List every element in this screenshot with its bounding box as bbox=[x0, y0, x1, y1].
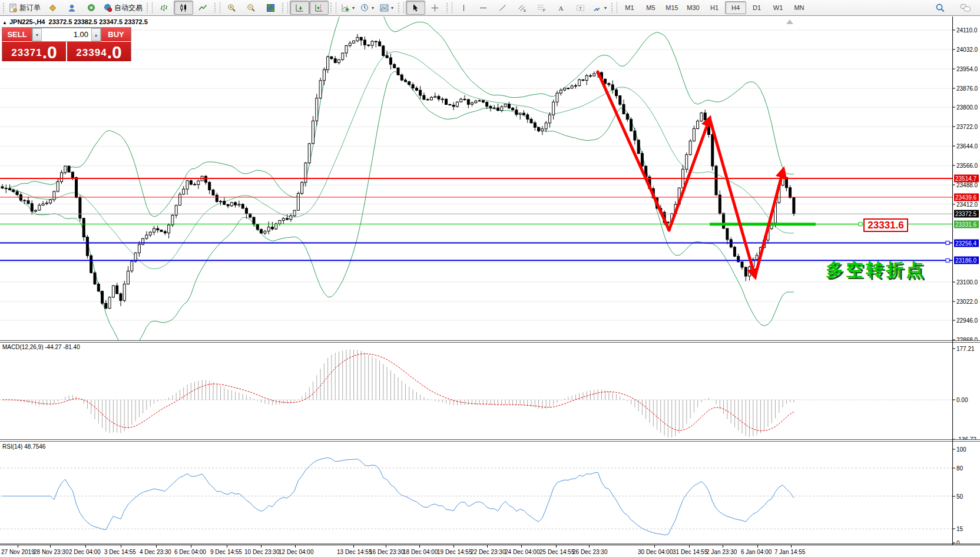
toolbar-separator bbox=[403, 2, 404, 14]
vline-button[interactable] bbox=[454, 1, 474, 15]
hline-icon bbox=[479, 4, 488, 12]
time-tick bbox=[353, 545, 354, 548]
sell-price[interactable]: 23371.0 bbox=[2, 42, 67, 61]
tf-m5-label: M5 bbox=[646, 4, 655, 11]
zoom-out-button[interactable] bbox=[241, 1, 261, 15]
sell-button[interactable]: SELL bbox=[2, 28, 32, 42]
crosshair-button[interactable] bbox=[425, 1, 445, 15]
price-tag-label[interactable]: 23331.6 bbox=[863, 218, 908, 232]
label-button[interactable]: T bbox=[571, 1, 590, 15]
bar-chart-button[interactable] bbox=[154, 1, 174, 15]
tf-h4[interactable]: H4 bbox=[725, 1, 746, 14]
toolbar-drag-handle[interactable] bbox=[611, 2, 614, 13]
trendline-button[interactable] bbox=[493, 1, 512, 15]
axis-tick bbox=[953, 127, 955, 127]
dropdown-caret-icon[interactable]: ▾ bbox=[372, 5, 374, 11]
dropdown-caret-icon[interactable]: ▾ bbox=[391, 5, 393, 11]
channel-button[interactable]: E bbox=[512, 1, 532, 15]
time-tick-label: 30 Dec 04:00 bbox=[638, 549, 673, 555]
time-axis[interactable]: 27 Nov 201928 Nov 23:302 Dec 04:003 Dec … bbox=[0, 545, 980, 557]
time-tick bbox=[757, 545, 758, 548]
zigzag-arrows[interactable] bbox=[598, 72, 783, 277]
tf-mn[interactable]: MN bbox=[789, 1, 810, 14]
autotrading-button[interactable]: 自动交易 bbox=[101, 1, 145, 15]
toolbar-drag-handle[interactable] bbox=[2, 2, 5, 13]
candle-chart-button[interactable] bbox=[174, 1, 193, 15]
tf-w1[interactable]: W1 bbox=[767, 1, 789, 14]
toolbar-separator bbox=[336, 2, 336, 14]
volume-input[interactable]: 1.00 bbox=[42, 28, 91, 41]
tf-m15[interactable]: M15 bbox=[661, 1, 683, 14]
buy-price[interactable]: 23394.0 bbox=[67, 42, 131, 61]
tile-windows-button[interactable] bbox=[261, 1, 280, 15]
search-button[interactable] bbox=[931, 1, 950, 15]
text-icon: A bbox=[557, 4, 565, 12]
fibonacci-icon: F bbox=[537, 4, 546, 12]
toolbar-drag-handle[interactable] bbox=[446, 2, 449, 13]
zoom-in-button[interactable] bbox=[222, 1, 241, 15]
toolbar-separator bbox=[452, 2, 452, 14]
time-tick-label: 3 Dec 14:55 bbox=[104, 549, 136, 555]
axis-border bbox=[952, 16, 953, 545]
panel-separator[interactable] bbox=[0, 439, 980, 442]
periods-button[interactable]: ▾ bbox=[357, 1, 377, 15]
time-tick bbox=[261, 545, 261, 548]
dropdown-caret-icon[interactable]: ▾ bbox=[352, 5, 355, 11]
tf-h1[interactable]: H1 bbox=[704, 1, 725, 14]
text-button[interactable]: A bbox=[551, 1, 571, 15]
buy-button[interactable]: BUY bbox=[101, 28, 131, 42]
time-tick bbox=[85, 545, 86, 548]
time-tick bbox=[50, 545, 51, 548]
shapes-button[interactable]: ▾ bbox=[590, 1, 610, 15]
chart-shift-button[interactable] bbox=[309, 1, 329, 15]
tf-m30[interactable]: M30 bbox=[683, 1, 704, 14]
time-tick-label: 25 Dec 14:55 bbox=[539, 549, 575, 555]
price-axis[interactable]: 24110.024032.023954.023876.023800.023722… bbox=[953, 16, 980, 340]
tf-d1[interactable]: D1 bbox=[746, 1, 767, 14]
toolbar: 新订单自动交易▾▾▾EFAT▾M1M5M15M30H1H4D1W1MN bbox=[0, 0, 980, 16]
horizontal-lines[interactable] bbox=[0, 178, 952, 262]
volume-increase-button[interactable]: ▲ bbox=[91, 28, 101, 41]
tf-h4-label: H4 bbox=[731, 4, 740, 11]
market-watch-button[interactable] bbox=[43, 1, 62, 15]
templates-button[interactable]: ▾ bbox=[377, 1, 396, 15]
navigator-button[interactable] bbox=[62, 1, 82, 15]
hline-button[interactable] bbox=[474, 1, 493, 15]
green-trendline[interactable] bbox=[710, 223, 862, 226]
tf-m1[interactable]: M1 bbox=[619, 1, 640, 14]
new-order-button[interactable]: 新订单 bbox=[6, 1, 43, 15]
volume-decrease-button[interactable]: ▼ bbox=[32, 28, 42, 41]
dropdown-caret-icon[interactable]: ▾ bbox=[604, 5, 607, 11]
scroll-marker-icon bbox=[786, 19, 793, 24]
price-chart[interactable] bbox=[0, 16, 952, 340]
toolbar-drag-handle[interactable] bbox=[330, 2, 333, 13]
cursor-button[interactable] bbox=[406, 1, 425, 15]
rsi-tick-label: 80 bbox=[956, 465, 963, 472]
line-chart-button[interactable] bbox=[193, 1, 213, 15]
fibonacci-button[interactable]: F bbox=[532, 1, 551, 15]
new-order-button-label: 新订单 bbox=[19, 3, 41, 13]
tf-m5[interactable]: M5 bbox=[640, 1, 661, 14]
toolbar-drag-handle[interactable] bbox=[146, 2, 149, 13]
time-tick-label: 12 Dec 04:00 bbox=[279, 549, 314, 555]
axis-tick bbox=[953, 185, 955, 185]
autoscroll-button[interactable] bbox=[290, 1, 309, 15]
toolbar-drag-handle[interactable] bbox=[282, 2, 284, 13]
navigator-icon bbox=[68, 4, 77, 12]
toolbar-drag-handle[interactable] bbox=[398, 2, 400, 13]
axis-tick bbox=[953, 282, 955, 283]
price-line-label: 23256.4 bbox=[954, 240, 979, 247]
time-tick bbox=[386, 545, 386, 548]
annotation-text[interactable]: 多空转折点 bbox=[826, 258, 926, 282]
terminal-button[interactable] bbox=[82, 1, 101, 15]
price-line-label: 23331.6 bbox=[954, 221, 979, 228]
price-line-label: 23439.6 bbox=[954, 194, 979, 201]
collapse-triangle-icon[interactable]: ▲ bbox=[2, 20, 7, 25]
shapes-icon bbox=[593, 4, 602, 12]
chat-button[interactable] bbox=[956, 1, 975, 15]
toolbar-drag-handle[interactable] bbox=[214, 2, 217, 13]
indicators-button[interactable]: ▾ bbox=[338, 1, 357, 15]
svg-text:A: A bbox=[559, 4, 564, 11]
time-tick-label: 28 Nov 23:30 bbox=[34, 549, 69, 555]
time-tick bbox=[791, 545, 792, 548]
